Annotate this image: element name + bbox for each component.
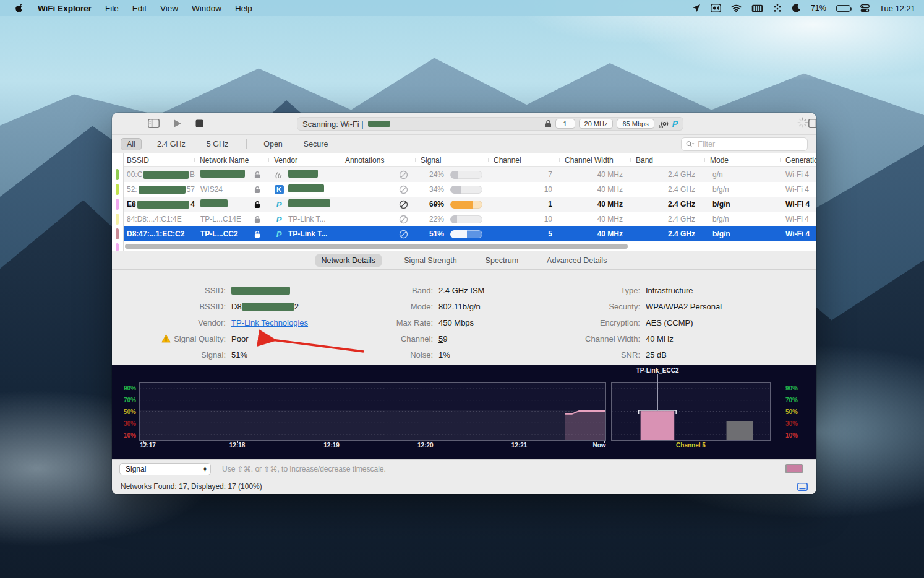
menu-window[interactable]: Window (185, 0, 228, 16)
detail-row: Channel:5 9 (372, 330, 484, 347)
lock-icon (254, 201, 260, 209)
cell-network-name: TP-L...C14E (195, 215, 269, 223)
filter-segment-all[interactable]: All (121, 138, 142, 150)
tab-spectrum[interactable]: Spectrum (479, 254, 525, 267)
display-icon[interactable] (797, 483, 808, 491)
y-axis-label: 50% (112, 408, 136, 415)
column-header-network-name[interactable]: Network Name (195, 156, 269, 165)
vendor-link[interactable]: TP-Link Technologies (231, 318, 308, 327)
max-rate-badge: 65 Mbps (617, 119, 654, 129)
tab-advanced-details[interactable]: Advanced Details (541, 254, 613, 267)
redacted-text (288, 170, 318, 178)
right-sidebar-toggle-button[interactable] (808, 119, 816, 128)
filter-segment-5-ghz[interactable]: 5 GHz (201, 139, 234, 150)
detail-row: Security:WPA/WPA2 Personal (545, 298, 722, 314)
redacted-text (231, 287, 290, 295)
horizontal-scrollbar[interactable] (124, 241, 816, 251)
table-row[interactable]: D8:47:...1:EC:C2 TP-L...CC2 PTP-Link T..… (124, 226, 816, 241)
y-axis-label: 70% (112, 397, 136, 403)
y-axis-label: 90% (112, 385, 136, 392)
redacted-text (242, 303, 294, 311)
apple-menu[interactable] (9, 0, 31, 16)
location-icon[interactable] (692, 4, 701, 12)
filter-segment-2-4-ghz[interactable]: 2.4 GHz (152, 139, 191, 150)
wifi-icon[interactable] (731, 4, 742, 12)
stop-scan-button[interactable] (195, 119, 203, 127)
menu-help[interactable]: Help (228, 0, 259, 16)
cell-bssid: 52:57 (124, 185, 195, 194)
menu-file[interactable]: File (98, 0, 126, 16)
detail-tabs: Network DetailsSignal StrengthSpectrumAd… (112, 251, 816, 270)
table-row[interactable]: 00:CB 24% 7 40 MHz 2.4 GHz g/n Wi-Fi 4 (124, 167, 816, 182)
cell-band: 2.4 GHz (631, 200, 705, 209)
filter-input[interactable] (698, 140, 803, 149)
cell-mode: b/g/n (705, 200, 781, 209)
scrollbar-thumb[interactable] (125, 244, 628, 249)
cell-band: 2.4 GHz (631, 215, 705, 223)
column-header-vendor[interactable]: Vendor (269, 156, 340, 165)
network-color-chip (116, 184, 119, 195)
signal-bar (450, 186, 482, 194)
tab-signal-strength[interactable]: Signal Strength (398, 254, 463, 267)
column-header-signal[interactable]: Signal (416, 156, 489, 165)
column-header-channel-width[interactable]: Channel Width (560, 156, 631, 165)
selected-network-color-swatch[interactable] (785, 464, 803, 473)
cell-vendor: K (269, 184, 340, 194)
detail-value[interactable]: TP-Link Technologies (231, 318, 308, 327)
signal-bar (450, 201, 482, 209)
column-header-annotations[interactable]: Annotations (340, 156, 416, 165)
network-details-panel: SSID:BSSID:D82Vendor:TP-Link Technologie… (112, 270, 816, 365)
column-header-mode[interactable]: Mode (705, 156, 781, 165)
column-header-band[interactable]: Band (631, 156, 705, 165)
status-bar: Networks Found: 17, Displayed: 17 (100%) (112, 478, 816, 494)
dots-utility-icon[interactable] (773, 4, 782, 12)
menu-edit[interactable]: Edit (126, 0, 153, 16)
left-sidebar-toggle-button[interactable] (148, 119, 160, 128)
cell-network-name: WIS24 (195, 185, 269, 194)
do-not-disturb-moon-icon[interactable] (792, 4, 801, 13)
y-axis-label: 10% (112, 431, 136, 438)
detail-value: 40 MHz (646, 334, 674, 343)
cell-vendor: P (269, 199, 340, 209)
cell-band: 2.4 GHz (631, 170, 705, 179)
control-center-icon[interactable] (860, 4, 870, 12)
metric-select[interactable]: Signal ▲▼ (119, 463, 211, 475)
signal-bar (450, 215, 482, 223)
y-axis-label: 70% (785, 397, 798, 403)
column-header-generation[interactable]: Generation (781, 156, 816, 165)
menu-app-name[interactable]: WiFi Explorer (31, 0, 98, 16)
cell-channel-width: 40 MHz (560, 215, 631, 223)
table-row[interactable]: E84 P 69% 1 40 MHz 2.4 GHz b/g/n Wi-Fi 4 (124, 197, 816, 212)
filter-field[interactable] (681, 137, 808, 151)
redacted-network-name (368, 121, 390, 127)
start-scan-button[interactable] (173, 119, 182, 128)
cell-bssid: E84 (124, 200, 195, 209)
detail-value (231, 287, 290, 295)
cell-generation: Wi-Fi 4 (781, 170, 816, 179)
table-row[interactable]: 84:D8:...4:C1:4E TP-L...C14E PTP-Link T.… (124, 212, 816, 226)
menu-clock[interactable]: Tue 12:21 (879, 4, 915, 13)
column-header-bssid[interactable]: BSSID (124, 156, 195, 165)
scan-status-text: Scanning: Wi-Fi | (302, 119, 364, 129)
detail-row: Mode:802.11b/g/n (372, 298, 484, 314)
keyboard-brightness-icon[interactable] (751, 4, 763, 12)
detail-row: Type:Infrastructure (545, 282, 722, 298)
tab-network-details[interactable]: Network Details (315, 254, 382, 267)
vendor-icon: P (274, 214, 284, 224)
detail-value: Poor (231, 334, 248, 343)
filter-segment-secure[interactable]: Secure (298, 139, 334, 150)
no-annotation-icon (399, 170, 408, 179)
screen-record-icon[interactable] (711, 4, 721, 12)
cell-channel: 10 (489, 185, 560, 194)
filter-segment-open[interactable]: Open (258, 139, 288, 150)
apple-icon (15, 3, 24, 13)
no-annotation-icon (399, 185, 408, 194)
cell-generation: Wi-Fi 4 (781, 215, 816, 223)
detail-value: D82 (231, 302, 299, 311)
x-axis-tick (332, 441, 332, 443)
chart-footer: Signal ▲▼ Use ⇧⌘. or ⇧⌘, to increase/dec… (112, 459, 816, 478)
column-header-channel[interactable]: Channel (489, 156, 560, 165)
detail-row: Signal Quality:Poor (149, 330, 308, 347)
menu-view[interactable]: View (153, 0, 185, 16)
table-row[interactable]: 52:57 WIS24 K 34% 10 40 MHz 2.4 GHz b/g/… (124, 182, 816, 197)
